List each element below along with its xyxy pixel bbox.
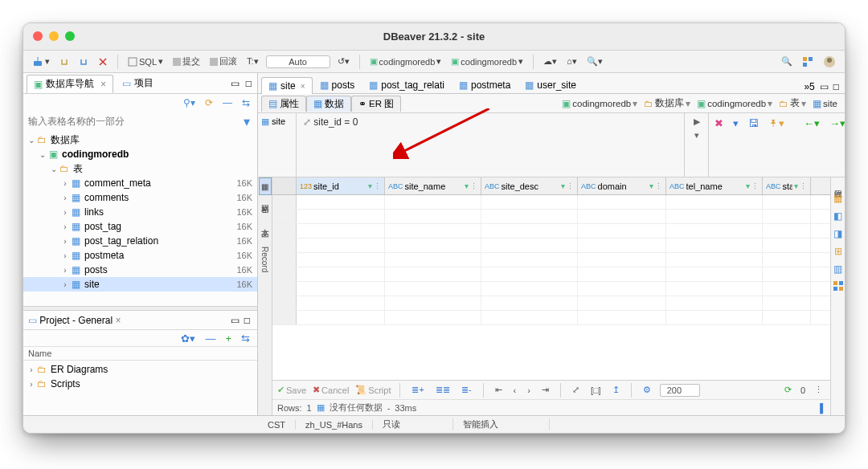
last-page-icon[interactable]: ⇥ (539, 384, 551, 396)
column-header[interactable]: 123site_id▾⋮ (297, 177, 385, 194)
tree-node-table[interactable]: ›▦postmeta16K (23, 248, 257, 263)
tree-node-table[interactable]: ›▦comments16K (23, 190, 257, 205)
project-add-icon[interactable]: + (223, 332, 234, 345)
cancel-button[interactable]: ✖Cancel (313, 385, 349, 395)
grid-row[interactable] (272, 311, 830, 325)
filter-funnel2-icon[interactable]: ▾ (731, 116, 741, 130)
project-max-icon[interactable]: □ (242, 314, 252, 327)
grid-corner[interactable] (272, 177, 297, 194)
view-record-icon[interactable]: ▭ (259, 226, 272, 243)
left-minimize-icon[interactable]: ▭ (228, 77, 242, 90)
first-page-icon[interactable]: ⇤ (493, 384, 505, 396)
editor-max-icon[interactable]: □ (831, 80, 841, 93)
editor-tab[interactable]: ▦postmeta (452, 76, 518, 93)
sql-editor-button[interactable]: SQL▾ (125, 55, 166, 67)
grid-row[interactable] (272, 239, 830, 253)
refs-icon[interactable]: ⊞ (832, 245, 845, 258)
plug-disconnect-icon[interactable] (96, 56, 110, 67)
editor-tab[interactable]: ▦user_site (518, 76, 583, 93)
column-header[interactable]: ABCdomain▾⋮ (578, 177, 666, 194)
new-connection-button[interactable]: ▾ (30, 55, 52, 68)
history-icon[interactable]: ↺▾ (335, 55, 352, 67)
tree-node-table[interactable]: ›▦posts16K (23, 263, 257, 277)
grid-row[interactable] (272, 210, 830, 224)
project-collapse-icon[interactable]: — (203, 332, 218, 345)
breadcrumb-item[interactable]: ▣codingmoredb ▾ (694, 97, 775, 110)
column-header[interactable]: ABCsite_desc▾⋮ (481, 177, 578, 194)
collapse-icon[interactable]: — (220, 96, 235, 109)
grid-row[interactable] (272, 296, 830, 311)
home-icon[interactable]: ⌂▾ (564, 55, 579, 67)
next-page-icon[interactable]: › (525, 385, 533, 396)
breadcrumb-item[interactable]: ▣codingmoredb ▾ (559, 97, 640, 110)
view-grid-icon[interactable]: ▦ (259, 177, 272, 195)
project-min-icon[interactable]: ▭ (228, 314, 242, 327)
tx-mode-combo[interactable]: Auto (266, 55, 330, 68)
page-size-input[interactable]: 200 (660, 384, 700, 397)
grid-row[interactable] (272, 195, 830, 210)
apps-icon[interactable] (831, 280, 845, 292)
tx-mode-button[interactable]: T:▾ (244, 55, 261, 67)
value-icon[interactable]: ▥ (831, 263, 845, 275)
settings-gear-icon[interactable]: ⚙ (641, 384, 653, 396)
tree-node-table[interactable]: ›▦site16K (23, 277, 257, 292)
autosize-icon[interactable]: ⤢ (570, 384, 582, 396)
editor-tab[interactable]: ▦posts (313, 76, 362, 93)
tree-node-databases[interactable]: ⌄🗀数据库 (23, 133, 257, 147)
close-icon[interactable] (33, 31, 43, 41)
column-header[interactable]: ABCsite_name▾⋮ (385, 177, 481, 194)
tab-db-navigator[interactable]: ▣数据库导航× (27, 75, 113, 93)
editor-min-icon[interactable]: ▭ (817, 80, 831, 93)
project-item[interactable]: ›🗀ER Diagrams (23, 362, 257, 377)
editor-tab[interactable]: ▦site× (261, 77, 313, 94)
filter-clear-icon[interactable]: ✖ (712, 116, 726, 130)
calc-icon[interactable]: ▦ (831, 192, 845, 205)
grid-body[interactable] (272, 195, 830, 380)
subtab-er[interactable]: ⚭ER 图 (351, 96, 401, 112)
connection-combo-1[interactable]: ▣codingmoredb ▾ (367, 55, 444, 67)
plug-icon[interactable] (57, 56, 72, 67)
tree-node-table[interactable]: ›▦comment_meta16K (23, 176, 257, 190)
column-header[interactable]: ABCstat▾⋮ (763, 177, 811, 194)
tree-filter-input[interactable] (28, 116, 241, 127)
project-link-icon[interactable]: ⇆ (239, 332, 252, 345)
dup-row-icon[interactable]: ≣≣ (433, 384, 452, 396)
column-header[interactable]: ABCtel_name▾⋮ (666, 177, 763, 194)
export-icon[interactable]: ↥ (610, 384, 622, 396)
tree-node-table[interactable]: ›▦links16K (23, 205, 257, 219)
plug-connect-icon[interactable] (76, 56, 91, 67)
breadcrumb-item[interactable]: ▦site (810, 97, 840, 110)
breadcrumb-item[interactable]: 🗀数据库 ▾ (641, 96, 693, 110)
prev-page-icon[interactable]: ‹ (511, 385, 519, 396)
subtab-properties[interactable]: ▤属性 (261, 96, 306, 112)
script-button[interactable]: 📜Script (355, 385, 391, 395)
editor-tab[interactable]: ▦post_tag_relati (362, 76, 452, 93)
filter-save-icon[interactable]: 🖫 (746, 116, 761, 130)
panel-toggle-icon[interactable]: ▐ (814, 402, 825, 414)
tree-node-db[interactable]: ⌄▣codingmoredb (23, 147, 257, 161)
grid-row[interactable] (272, 253, 830, 267)
del-row-icon[interactable]: ≣- (459, 384, 474, 396)
filter-expression-box[interactable]: ⤢ site_id = 0 (297, 113, 684, 177)
connect-icon[interactable]: ⚲▾ (181, 96, 198, 109)
tree-node-table[interactable]: ›▦post_tag16K (23, 219, 257, 234)
grid-row[interactable] (272, 267, 830, 282)
breadcrumb-item[interactable]: 🗀表 ▾ (776, 96, 809, 110)
tab-projects[interactable]: ▭项目 (115, 74, 161, 92)
metadata-icon[interactable]: ◨ (831, 227, 845, 240)
refresh-result-icon[interactable]: ⟳ (782, 384, 794, 396)
tree-node-table[interactable]: ›▦post_tag_relation16K (23, 234, 257, 248)
filter-dropdown-icon[interactable]: ▾ (694, 130, 699, 141)
perspective-icon[interactable] (800, 55, 816, 68)
project-settings-icon[interactable]: ✿▾ (178, 332, 198, 345)
subtab-data[interactable]: ▦数据 (306, 96, 351, 112)
minimize-icon[interactable] (49, 31, 59, 41)
grid-row[interactable] (272, 224, 830, 239)
view-text-icon[interactable]: ≡ (259, 202, 272, 219)
rollback-button[interactable]: 回滚 (207, 55, 240, 68)
grid-row[interactable] (272, 282, 830, 296)
group-icon[interactable]: ◧ (831, 210, 845, 222)
editor-overflow-button[interactable]: »5 (801, 80, 817, 93)
nav-back-icon[interactable]: ←▾ (801, 116, 822, 130)
search-dropdown-icon[interactable]: 🔍▾ (584, 55, 605, 67)
